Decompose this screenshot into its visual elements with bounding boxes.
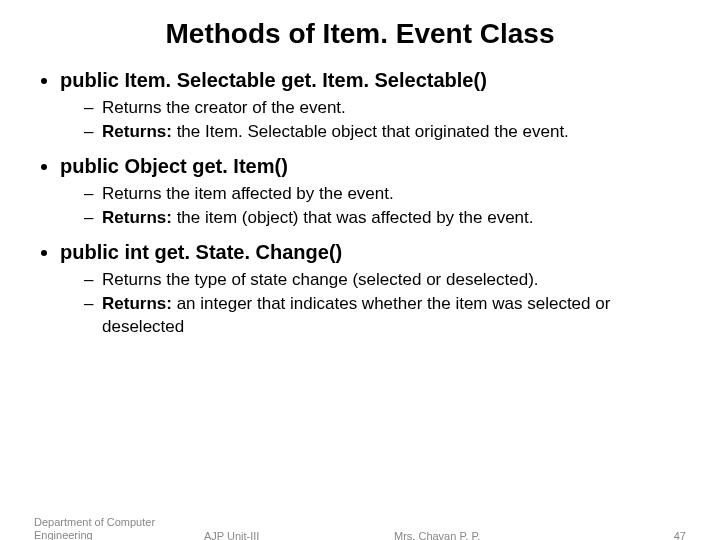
bullet-bold: Returns:: [102, 122, 172, 141]
bullet-method-3-sub-1: Returns the type of state change (select…: [88, 269, 686, 291]
bullet-method-3: public int get. State. Change() Returns …: [60, 240, 686, 338]
bullet-text: Returns the creator of the event.: [102, 98, 346, 117]
bullet-method-2-heading: public Object get. Item(): [60, 155, 288, 177]
slide-title: Methods of Item. Event Class: [0, 18, 720, 50]
bullet-text: Returns the item affected by the event.: [102, 184, 394, 203]
bullet-method-1-sub-1: Returns the creator of the event.: [88, 97, 686, 119]
bullet-method-1-heading: public Item. Selectable get. Item. Selec…: [60, 69, 487, 91]
bullet-method-2: public Object get. Item() Returns the it…: [60, 154, 686, 230]
footer-department: Department of Computer Engineering: [34, 516, 204, 540]
footer-author: Mrs. Chavan P. P.: [394, 530, 624, 540]
bullet-text: Returns the type of state change (select…: [102, 270, 539, 289]
bullet-bold: Returns:: [102, 208, 172, 227]
bullet-text: the item (object) that was affected by t…: [172, 208, 534, 227]
slide-content: public Item. Selectable get. Item. Selec…: [0, 68, 720, 338]
footer-page-number: 47: [624, 530, 686, 540]
bullet-bold: Returns:: [102, 294, 172, 313]
slide-footer: Department of Computer Engineering AJP U…: [0, 516, 720, 540]
bullet-text: the Item. Selectable object that origina…: [172, 122, 569, 141]
bullet-method-1-sub-2: Returns: the Item. Selectable object tha…: [88, 121, 686, 143]
bullet-method-3-sub-2: Returns: an integer that indicates wheth…: [88, 293, 686, 338]
bullet-method-2-sub-1: Returns the item affected by the event.: [88, 183, 686, 205]
bullet-method-3-heading: public int get. State. Change(): [60, 241, 342, 263]
footer-course: AJP Unit-III: [204, 530, 394, 540]
bullet-method-2-sub-2: Returns: the item (object) that was affe…: [88, 207, 686, 229]
bullet-text: an integer that indicates whether the it…: [102, 294, 610, 335]
bullet-method-1: public Item. Selectable get. Item. Selec…: [60, 68, 686, 144]
